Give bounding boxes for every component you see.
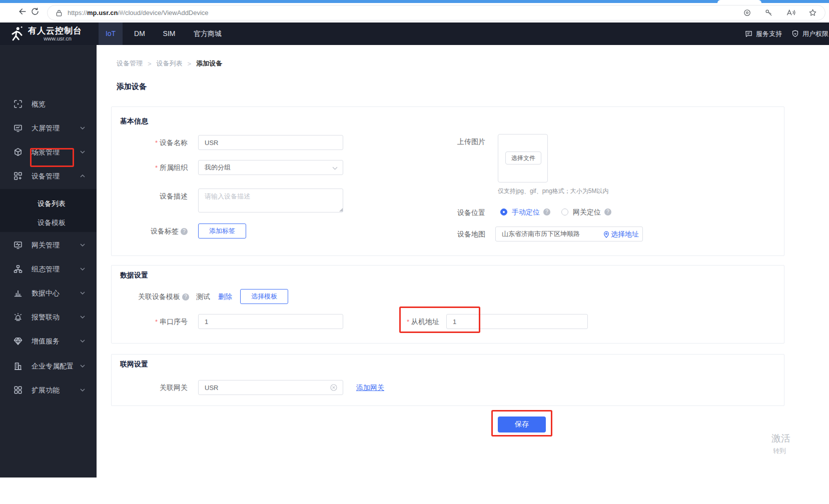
textarea-resize-handle[interactable] (339, 208, 343, 212)
template-name: 测试 (196, 289, 210, 304)
sidebar-item-bigscreen[interactable]: 大屏管理 (0, 116, 97, 140)
password-key-icon[interactable] (764, 8, 773, 17)
organization-label: 所属组织 (128, 160, 188, 176)
app-header: 有人云控制台 www.usr.cn IoT DM SIM 官方商城 服务支持 用… (0, 22, 829, 45)
slave-address-input[interactable] (446, 314, 588, 329)
manual-position-option[interactable]: 手动定位 (512, 205, 540, 219)
description-label: 设备描述 (128, 188, 188, 204)
data-center-icon (14, 288, 23, 298)
sidebar-item-value-added[interactable]: 增值服务 (0, 329, 97, 353)
organization-select[interactable]: 我的分组 (198, 160, 343, 175)
clear-input-icon[interactable] (330, 384, 337, 391)
chevron-down-icon (80, 388, 85, 392)
chevron-down-icon (332, 166, 338, 170)
site-lock-icon[interactable] (56, 9, 63, 17)
sidebar-item-device[interactable]: 设备管理 (0, 164, 97, 188)
device-name-label: 设备名称 (128, 135, 188, 150)
sidebar-item-scene[interactable]: 场景管理 (0, 140, 97, 164)
read-aloud-icon[interactable] (786, 8, 795, 17)
device-position-label: 设备位置 (425, 205, 485, 220)
breadcrumb-device-list[interactable]: 设备列表 (157, 59, 183, 68)
page-title: 添加设备 (117, 82, 147, 92)
choose-file-button[interactable]: 选择文件 (505, 152, 541, 164)
organization-value: 我的分组 (205, 164, 231, 171)
url-text: https://mp.usr.cn/#/cloud/device/ViewAdd… (68, 9, 209, 16)
chevron-down-icon (80, 244, 85, 246)
sidebar: 概览 大屏管理 场景管理 设备管理 设备列表 设备模板 网关管理 组态 (0, 45, 97, 478)
breadcrumb-separator: > (188, 60, 192, 68)
data-settings-title: 数据设置 (120, 271, 148, 280)
sidebar-item-label: 数据中心 (32, 281, 60, 305)
device-submenu: 设备列表 设备模板 (0, 189, 97, 232)
chevron-down-icon (80, 316, 85, 318)
network-settings-title: 联网设置 (120, 360, 148, 369)
tab-official-mall[interactable]: 官方商城 (186, 22, 229, 45)
help-icon[interactable] (181, 228, 188, 235)
favorite-star-icon[interactable] (808, 8, 817, 17)
user-permission-link[interactable]: 用户权限 (802, 22, 828, 45)
gateway-position-option[interactable]: 网关定位 (573, 205, 601, 219)
tab-iot[interactable]: IoT (99, 22, 123, 45)
alarm-icon (14, 312, 23, 322)
sidebar-item-device-list[interactable]: 设备列表 (0, 195, 97, 212)
help-icon[interactable] (604, 208, 611, 216)
logo[interactable]: 有人云控制台 www.usr.cn (0, 22, 97, 45)
sidebar-item-label: 扩展功能 (32, 378, 60, 402)
manual-position-radio[interactable] (500, 208, 507, 216)
description-textarea[interactable] (198, 188, 343, 212)
sidebar-item-gateway[interactable]: 网关管理 (0, 233, 97, 257)
device-template-label: 关联设备模板 (118, 289, 189, 304)
device-name-input[interactable] (198, 135, 343, 150)
sidebar-item-extensions[interactable]: 扩展功能 (0, 378, 97, 402)
chevron-down-icon (80, 126, 85, 130)
sidebar-item-label: 企业专属配置 (32, 354, 74, 378)
sidebar-item-label: 增值服务 (32, 329, 60, 353)
logo-subtitle: www.usr.cn (28, 36, 87, 42)
sidebar-item-data-center[interactable]: 数据中心 (0, 281, 97, 305)
delete-template-link[interactable]: 删除 (218, 289, 232, 304)
basic-info-title: 基本信息 (120, 117, 148, 126)
service-chat-icon (744, 30, 753, 38)
slave-address-label: 从机地址 (379, 314, 439, 330)
chevron-down-icon (80, 150, 85, 154)
save-button[interactable]: 保存 (498, 416, 546, 432)
chevron-down-icon (80, 292, 85, 294)
choose-address-link[interactable]: 选择地址 (611, 226, 639, 242)
tab-dm[interactable]: DM (128, 22, 152, 45)
breadcrumb-device-management[interactable]: 设备管理 (117, 59, 143, 68)
service-support-link[interactable]: 服务支持 (756, 22, 782, 45)
sidebar-item-label: 组态管理 (32, 257, 60, 281)
sidebar-item-label: 网关管理 (32, 233, 60, 257)
related-gateway-label: 关联网关 (128, 380, 188, 395)
chevron-up-icon (80, 174, 85, 178)
tab-sim[interactable]: SIM (157, 22, 181, 45)
chevron-down-icon (80, 268, 85, 270)
url-bar[interactable]: https://mp.usr.cn/#/cloud/device/ViewAdd… (47, 5, 825, 20)
sidebar-item-alarm[interactable]: 报警联动 (0, 305, 97, 329)
screen: https://mp.usr.cn/#/cloud/device/ViewAdd… (0, 0, 829, 504)
add-gateway-link[interactable]: 添加网关 (356, 380, 384, 395)
usr-logo-icon (10, 26, 24, 42)
chevron-down-icon (80, 340, 85, 342)
sidebar-item-label: 设备管理 (32, 164, 60, 188)
watermark-line1: 激活 (771, 432, 790, 445)
sidebar-item-enterprise-config[interactable]: 企业专属配置 (0, 354, 97, 378)
choose-template-button[interactable]: 选择模板 (240, 289, 288, 304)
back-icon[interactable] (18, 6, 28, 16)
help-icon[interactable] (543, 208, 550, 216)
sidebar-item-device-template[interactable]: 设备模板 (0, 214, 97, 231)
sidebar-item-label: 大屏管理 (32, 116, 60, 140)
breadcrumb: 设备管理 > 设备列表 > 添加设备 (117, 59, 222, 68)
map-pin-icon (603, 231, 609, 238)
sidebar-item-label: 概览 (32, 92, 46, 116)
locate-icon[interactable] (743, 8, 751, 17)
add-tag-button[interactable]: 添加标签 (198, 224, 246, 238)
sidebar-item-overview[interactable]: 概览 (0, 92, 97, 116)
watermark-line2: 转到 (773, 446, 786, 456)
gateway-position-radio[interactable] (561, 208, 568, 216)
sidebar-item-configuration[interactable]: 组态管理 (0, 257, 97, 281)
serial-number-input[interactable] (198, 314, 343, 329)
related-gateway-input[interactable] (198, 380, 343, 395)
help-icon[interactable] (182, 294, 189, 300)
refresh-icon[interactable] (31, 7, 40, 16)
